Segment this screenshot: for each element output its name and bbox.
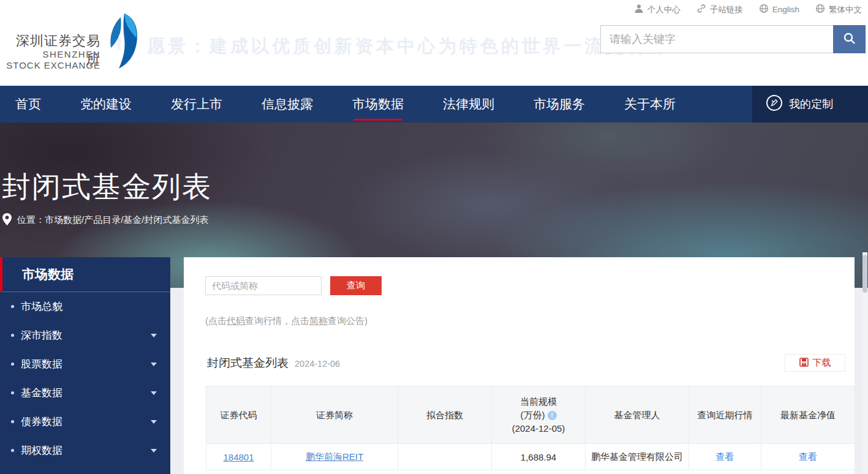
nav-item-about[interactable]: 关于本所 [624, 86, 676, 122]
nav-item-party-building[interactable]: 党的建设 [80, 86, 132, 122]
download-button[interactable]: 下载 [785, 354, 845, 372]
bullet-icon [11, 334, 14, 337]
sidebar-item-label: 期权数据 [21, 443, 62, 457]
nav-label: 信息披露 [262, 96, 313, 113]
cell-latest-nav: 查看 [761, 444, 855, 470]
sidebar-item-options-data[interactable]: 期权数据 [0, 436, 170, 465]
page: 深圳证券交易所 SHENZHEN STOCK EXCHANGE 愿景：建成以优质… [0, 0, 868, 474]
main-nav: 首页 党的建设 发行上市 信息披露 市场数据 法律规则 市场服务 关于本所 [0, 86, 868, 122]
vision-slogan: 愿景：建成以优质创新资本中心为特色的世界一流交易所 [147, 34, 668, 59]
header-current-scale: 当前规模 (万份)! (2024-12-05) [492, 386, 586, 444]
nav-label: 党的建设 [80, 96, 132, 113]
nav-label: 法律规则 [443, 96, 494, 113]
hint-code-link[interactable]: 代码 [227, 315, 245, 326]
nav-item-market-data-active[interactable]: 市场数据 [352, 86, 404, 122]
sidebar-item-stock-data[interactable]: 股票数据 [0, 350, 170, 378]
scale-header-line1: 当前规模 [520, 396, 557, 407]
hint-text: 查询行情，点击 [245, 315, 309, 326]
cell-fit-index [398, 444, 492, 470]
sidebar-title: 市场数据 [0, 257, 170, 292]
sidebar-item-label: 市场总貌 [21, 299, 62, 314]
sidebar-item-label: 深市指数 [21, 328, 62, 342]
english-language-link[interactable]: English [759, 4, 799, 15]
chevron-down-icon [151, 363, 157, 366]
hint-text: (点击 [205, 315, 227, 326]
nav-item-disclosure[interactable]: 信息披露 [262, 86, 313, 122]
nav-item-home[interactable]: 首页 [15, 86, 41, 122]
sidebar-market-data: 市场数据 市场总貌 深市指数 股票数据 基金数据 债券数据 期权数据 [0, 257, 170, 474]
search-icon [843, 32, 856, 47]
query-button[interactable]: 查询 [330, 276, 382, 295]
closed-end-fund-table: 证券代码 证券简称 拟合指数 当前规模 (万份)! (2024-12-05) 基… [206, 386, 855, 470]
chevron-down-icon [151, 449, 157, 453]
cell-security-name: 鹏华前海REIT [271, 444, 398, 470]
list-section-header: 封闭式基金列表 2024-12-06 [207, 355, 340, 371]
nav-item-rules[interactable]: 法律规则 [443, 86, 494, 122]
personal-center-link[interactable]: 个人中心 [634, 4, 681, 15]
cell-security-code: 184801 [206, 444, 271, 470]
utility-label: English [772, 5, 799, 14]
sidebar-title-label: 市场数据 [22, 266, 74, 283]
nav-label: 首页 [15, 96, 41, 113]
subsite-links[interactable]: 子站链接 [696, 4, 743, 15]
traditional-chinese-link[interactable]: 繁体中文 [815, 4, 862, 15]
chevron-down-icon [151, 334, 157, 337]
nav-item-listing[interactable]: 发行上市 [171, 86, 222, 122]
view-latest-nav-link[interactable]: 查看 [799, 451, 817, 462]
link-icon [696, 4, 706, 15]
hint-name-link[interactable]: 简称 [309, 315, 328, 326]
cell-recent-quotes: 查看 [689, 444, 761, 470]
list-date: 2024-12-06 [295, 359, 340, 369]
bullet-icon [11, 420, 14, 423]
sidebar-item-market-overview[interactable]: 市场总貌 [0, 292, 170, 321]
user-icon [634, 4, 644, 15]
header-recent-quotes: 查询近期行情 [689, 386, 761, 444]
scrollbar-track[interactable] [862, 252, 867, 474]
cell-fund-manager: 鹏华基金管理有限公司 [586, 444, 689, 470]
sidebar-item-label: 股票数据 [21, 357, 62, 371]
globe-icon [815, 4, 825, 15]
content-card: 查询 (点击代码查询行情，点击简称查询公告) 封闭式基金列表 2024-12-0… [184, 257, 855, 474]
nav-label: 市场数据 [352, 96, 404, 113]
sidebar-item-label: 基金数据 [21, 386, 62, 400]
list-title: 封闭式基金列表 [207, 355, 289, 371]
breadcrumb-text: 位置：市场数据/产品目录/基金/封闭式基金列表 [17, 214, 209, 226]
info-icon[interactable]: ! [548, 411, 557, 420]
view-recent-quotes-link[interactable]: 查看 [716, 451, 734, 462]
site-search-input[interactable] [600, 25, 833, 53]
query-hint: (点击代码查询行情，点击简称查询公告) [205, 315, 368, 327]
utility-label: 个人中心 [647, 4, 681, 15]
site-search-button[interactable] [833, 25, 866, 53]
chevron-down-icon [151, 391, 157, 395]
bullet-icon [11, 305, 14, 308]
cell-current-scale: 1,688.94 [492, 444, 586, 470]
nav-item-market-services[interactable]: 市场服务 [534, 86, 585, 122]
sidebar-item-fund-data[interactable]: 基金数据 [0, 378, 170, 407]
download-label: 下载 [813, 357, 831, 369]
top-header: 深圳证券交易所 SHENZHEN STOCK EXCHANGE 愿景：建成以优质… [0, 0, 868, 86]
scrollbar-thumb[interactable] [862, 255, 867, 293]
sidebar-item-label: 债券数据 [21, 415, 62, 429]
utility-label: 繁体中文 [829, 4, 862, 15]
bullet-icon [11, 449, 14, 452]
header-latest-nav: 最新基金净值 [761, 386, 855, 444]
security-code-link[interactable]: 184801 [223, 452, 254, 462]
fund-code-search-input[interactable] [205, 276, 322, 295]
logo-english-line1: SHENZHEN [0, 49, 100, 59]
header-fund-manager: 基金管理人 [586, 386, 689, 444]
table-row: 184801 鹏华前海REIT 1,688.94 鹏华基金管理有限公司 查看 查… [206, 444, 855, 470]
active-tab-underline [353, 119, 402, 121]
sidebar-accent-bar [0, 257, 2, 292]
chevron-down-icon [151, 420, 157, 424]
pen-circle-icon [766, 94, 783, 114]
nav-label: 关于本所 [624, 96, 676, 113]
my-customization-button[interactable]: 我的定制 [752, 86, 868, 122]
sidebar-item-bond-data[interactable]: 债券数据 [0, 407, 170, 436]
scale-header-line3: (2024-12-05) [512, 423, 565, 434]
security-name-link[interactable]: 鹏华前海REIT [306, 451, 363, 462]
nav-label: 发行上市 [171, 96, 222, 113]
szse-leaf-logo-icon [104, 12, 140, 72]
breadcrumb: 位置：市场数据/产品目录/基金/封闭式基金列表 [2, 213, 209, 227]
sidebar-item-szse-indices[interactable]: 深市指数 [0, 321, 170, 350]
site-search [600, 25, 866, 53]
